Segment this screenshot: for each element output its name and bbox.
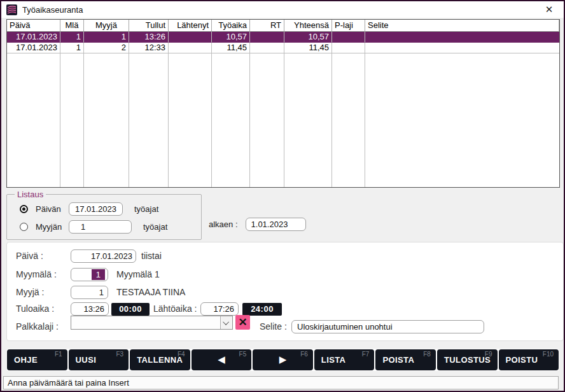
radio-myyjan[interactable] [20,223,28,231]
poista-button[interactable]: POISTA F8 [375,349,436,370]
alkaen-label: alkaen : [209,220,238,229]
fkey-label: F4 [178,351,185,358]
paiva-label: Päivä : [16,251,43,261]
cell-yhteensa[interactable]: 10,57 [284,32,332,43]
app-logo-icon [6,4,17,15]
column-header[interactable]: RT [250,20,284,32]
cell-selite[interactable] [365,32,559,43]
fkey-label: F9 [485,351,492,358]
myyja-name-text: TESTAAJA TIINA [116,287,185,297]
paivan-date-input[interactable] [69,202,123,216]
cell-myyja[interactable]: 1 [84,32,129,43]
cell-tullut[interactable]: 12:33 [129,43,169,53]
fkey-label: F7 [362,351,370,358]
poistu-button[interactable]: POISTU F10 [499,349,559,370]
cell-lahtenyt[interactable] [169,32,212,43]
column-header[interactable]: Myyjä [84,20,129,32]
cell-plaji[interactable] [332,32,365,43]
cell-paiva[interactable]: 17.01.2023 [7,43,60,53]
next-button[interactable]: ▶ F6 [253,349,313,370]
myyja-input[interactable] [71,286,108,299]
column-header[interactable]: P-laji [332,20,365,32]
cell-rt[interactable] [250,43,284,53]
cell-tyoaika[interactable]: 11,45 [212,43,250,53]
column-header[interactable]: Työaika [212,20,250,32]
title-bar: Työaikaseuranta ✕ [1,1,564,18]
palkkalaji-selected-value [71,316,220,329]
myyjan-number-input[interactable] [69,220,132,234]
cell-lahtenyt[interactable] [169,43,212,53]
fkey-label: F1 [55,351,62,358]
selite-input[interactable] [291,320,484,333]
lista-button[interactable]: LISTA F7 [314,349,375,370]
alkaen-date-input[interactable] [246,218,306,231]
lahtoaika-label: Lähtöaika : [153,304,197,314]
window-title: Työaikaseuranta [22,5,83,15]
paivan-suffix: työajat [134,204,158,214]
cell-selite[interactable] [365,43,559,53]
column-header[interactable]: Mlä [60,20,84,32]
radio-paivan-label: Päivän [36,204,66,214]
app-window: Työaikaseuranta ✕ Päivä Mlä Myyjä Tullut… [0,0,565,392]
myyja-label: Myyjä : [16,287,44,297]
dropdown-button[interactable] [220,316,232,329]
uusi-button[interactable]: UUSI F3 [69,349,129,370]
lahtoaika-limit-badge: 24:00 [242,303,282,316]
close-icon[interactable]: ✕ [540,1,559,18]
selite-label: Selite : [260,321,287,332]
myyjan-suffix: työajat [143,222,167,232]
palkkalaji-label: Palkkalaji : [16,321,59,332]
fkey-label: F6 [300,351,308,358]
cell-plaji[interactable] [332,43,365,53]
status-message: Anna päivämäärä tai paina Insert [8,378,129,388]
worktime-table[interactable]: Päivä Mlä Myyjä Tullut Lähtenyt Työaika … [6,19,560,188]
fkey-label: F3 [116,351,123,358]
column-header[interactable]: Päivä [7,20,60,32]
lahtoaika-input[interactable] [200,302,239,316]
myymala-input[interactable]: 1 [71,268,108,281]
cell-myyja[interactable]: 2 [84,43,129,53]
weekday-text: tiistai [141,251,162,261]
cell-mla[interactable]: 1 [60,32,84,43]
cell-rt[interactable] [250,32,284,43]
listaus-groupbox: Listaus Päivän työajat Myyjän työajat [6,194,202,240]
fkey-label: F10 [543,351,554,358]
fkey-label: F8 [423,351,431,358]
tuloaika-input[interactable] [71,302,109,316]
paiva-input[interactable] [71,249,136,263]
cell-tyoaika[interactable]: 10,57 [212,32,250,43]
myymala-label: Myymälä : [16,269,57,279]
cell-paiva[interactable]: 17.01.2023 [7,32,60,43]
function-toolbar: OHJE F1 UUSI F3 TALLENNA F4 ◀ F5 ▶ F6 LI… [6,349,559,371]
column-header[interactable]: Lähtenyt [169,20,212,32]
status-bar: Anna päivämäärä tai paina Insert [3,376,559,389]
chevron-down-icon [223,319,229,325]
tuloaika-limit-badge: 00:00 [111,303,150,316]
column-header[interactable]: Yhteensä [284,20,332,32]
tallenna-button[interactable]: TALLENNA F4 [130,349,190,370]
ohje-button[interactable]: OHJE F1 [7,349,67,370]
cell-tullut[interactable]: 13:26 [129,32,169,43]
clear-palkkalaji-button[interactable]: ✕ [235,315,250,330]
record-form: Päivä : tiistai Myymälä : 1 Myymälä 1 My… [6,242,564,341]
cell-yhteensa[interactable]: 11,45 [284,43,332,53]
previous-button[interactable]: ◀ F5 [192,349,252,370]
cell-mla[interactable]: 1 [60,43,84,53]
tulostus-button[interactable]: TULOSTUS F9 [437,349,498,370]
myymala-selected-value: 1 [92,269,105,280]
palkkalaji-dropdown[interactable] [71,316,233,330]
column-header[interactable]: Tullut [129,20,169,32]
myymala-name-text: Myymälä 1 [116,269,160,279]
column-header[interactable]: Selite [365,20,559,32]
tuloaika-label: Tuloaika : [16,304,54,314]
groupbox-title: Listaus [15,190,46,199]
fkey-label: F5 [239,351,247,358]
radio-myyjan-label: Myyjän [36,222,66,232]
radio-paivan[interactable] [20,205,28,213]
